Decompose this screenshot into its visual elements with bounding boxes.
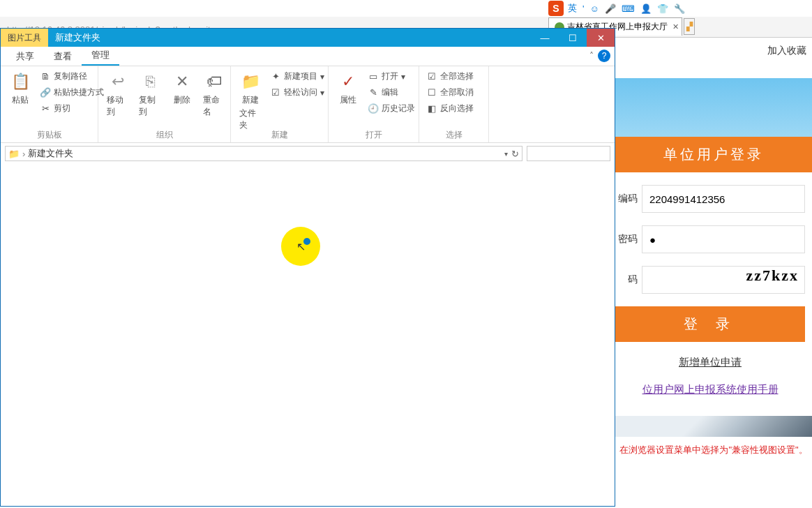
window-title: 新建文件夹 (55, 31, 100, 44)
select-all-button[interactable]: ☑全部选择 (425, 69, 475, 84)
organize-group-label: 组织 (98, 129, 230, 141)
ime-emoji-icon[interactable]: ☺ (588, 3, 600, 14)
tab-share[interactable]: 共享 (6, 47, 44, 66)
tab-close-icon[interactable]: ✕ (672, 22, 679, 31)
close-button[interactable] (587, 29, 615, 47)
invert-icon: ◧ (426, 103, 437, 114)
tab-manage[interactable]: 管理 (82, 46, 119, 66)
copy-to-button[interactable]: ⎘复制到 (136, 69, 164, 119)
copy-path-icon: 🗎 (40, 71, 51, 82)
delete-button[interactable]: ✕删除 (168, 69, 196, 107)
mountain-banner (615, 416, 812, 437)
paste-icon: 📋 (9, 70, 31, 93)
rename-button[interactable]: 🏷重命名 (200, 69, 228, 119)
login-button[interactable]: 登 录 (615, 306, 805, 342)
paste-button[interactable]: 📋 粘贴 (6, 69, 34, 107)
breadcrumb-dropdown-icon[interactable]: ▾ (504, 150, 508, 158)
edit-button[interactable]: ✎编辑 (366, 85, 416, 100)
select-none-icon: ☐ (426, 87, 437, 98)
easy-access-icon: ☑ (270, 87, 281, 98)
favorite-link[interactable]: 加入收藏 (615, 38, 812, 78)
maximize-button[interactable] (559, 29, 587, 47)
ime-mic-icon[interactable]: 🎤 (603, 3, 617, 14)
delete-icon: ✕ (171, 70, 193, 93)
login-panel: 加入收藏 单位用户登录 编码 密码 码 zz7kzx 登 录 新增单位申请 位用… (615, 38, 812, 508)
copy-path-button[interactable]: 🗎复制路径 (38, 69, 105, 84)
cut-button[interactable]: ✂剪切 (38, 101, 105, 116)
tab-view[interactable]: 查看 (44, 47, 82, 66)
explorer-content[interactable]: ↖ (1, 164, 615, 506)
paste-shortcut-button[interactable]: 🔗粘贴快捷方式 (38, 85, 105, 100)
open-group-label: 打开 (329, 129, 419, 141)
captcha-image[interactable]: zz7kzx (642, 266, 805, 294)
password-input[interactable] (642, 225, 805, 253)
new-folder-button[interactable]: 📁新建文件夹 (236, 69, 264, 133)
properties-icon: ✓ (337, 70, 359, 93)
sky-banner (615, 78, 812, 137)
captcha-label: 码 (615, 274, 642, 286)
ribbon-collapse-icon[interactable]: ˄ (589, 51, 594, 61)
login-title: 单位用户登录 (615, 137, 812, 172)
file-explorer-window: 图片工具 新建文件夹 共享 查看 管理 ˄ ? 📋 粘贴 🗎复制路径 🔗粘贴快捷… (0, 28, 615, 507)
open-icon: ▭ (368, 71, 379, 82)
folder-icon: 📁 (239, 70, 262, 93)
clipboard-group-label: 剪贴板 (1, 129, 98, 141)
ime-keyboard-icon[interactable]: ⌨ (620, 3, 636, 14)
cursor-highlight: ↖ (281, 227, 320, 266)
breadcrumb-bar[interactable]: 📁 › 新建文件夹 ▾ ↻ (5, 146, 522, 161)
rename-icon: 🏷 (203, 70, 225, 93)
new-item-icon: ✦ (270, 71, 281, 82)
busy-indicator-icon (303, 238, 310, 245)
ime-settings-icon[interactable]: 🔧 (672, 3, 686, 14)
cut-icon: ✂ (40, 103, 51, 114)
properties-button[interactable]: ✓属性 (334, 69, 362, 107)
ribbon-tabs: 共享 查看 管理 ˄ ? (1, 47, 615, 66)
new-tab-button[interactable]: ▞ (684, 18, 695, 35)
ime-sep: ' (581, 3, 585, 14)
history-button[interactable]: 🕘历史记录 (366, 101, 416, 116)
folder-icon-small: 📁 (8, 149, 20, 159)
refresh-icon[interactable]: ↻ (511, 149, 519, 159)
move-to-button[interactable]: ↩移动到 (104, 69, 132, 119)
select-none-button[interactable]: ☐全部取消 (425, 85, 475, 100)
new-group-label: 新建 (231, 129, 328, 141)
ribbon: 📋 粘贴 🗎复制路径 🔗粘贴快捷方式 ✂剪切 剪贴板 ↩移动到 ⎘复制到 ✕删除… (1, 66, 615, 143)
new-item-button[interactable]: ✦新建项目 ▾ (269, 69, 326, 84)
invert-selection-button[interactable]: ◧反向选择 (425, 101, 475, 116)
code-input[interactable] (642, 185, 805, 213)
history-icon: 🕘 (368, 103, 379, 114)
login-form: 编码 密码 码 zz7kzx 登 录 新增单位申请 位用户网上申报系统使用手册 (615, 172, 812, 396)
new-unit-link[interactable]: 新增单位申请 (615, 356, 805, 369)
select-all-icon: ☑ (426, 71, 437, 82)
explorer-search-input[interactable] (527, 146, 610, 161)
edit-icon: ✎ (368, 87, 379, 98)
address-row: 📁 › 新建文件夹 ▾ ↻ (1, 143, 615, 164)
copy-to-icon: ⎘ (139, 70, 161, 93)
select-group-label: 选择 (419, 129, 488, 141)
title-bar[interactable]: 图片工具 新建文件夹 (1, 29, 615, 47)
title-tab-tools[interactable]: 图片工具 (1, 29, 48, 47)
shortcut-icon: 🔗 (40, 87, 51, 98)
ime-skin-icon[interactable]: 👕 (656, 3, 670, 14)
ime-language[interactable]: 英 (566, 2, 578, 15)
help-icon[interactable]: ? (598, 50, 610, 62)
breadcrumb-item[interactable]: 新建文件夹 (28, 147, 73, 160)
sogou-ime-icon[interactable]: S (548, 1, 564, 16)
paste-label: 粘贴 (12, 94, 29, 106)
ime-toolbar: S 英 ' ☺ 🎤 ⌨ 👤 👕 🔧 (548, 0, 686, 17)
minimize-button[interactable] (531, 29, 559, 47)
easy-access-button[interactable]: ☑轻松访问 ▾ (269, 85, 326, 100)
ime-user-icon[interactable]: 👤 (639, 3, 653, 14)
password-label: 密码 (615, 233, 642, 246)
code-label: 编码 (615, 193, 642, 205)
move-to-icon: ↩ (107, 70, 129, 93)
open-button[interactable]: ▭打开 ▾ (366, 69, 416, 84)
manual-link[interactable]: 位用户网上申报系统使用手册 (615, 383, 805, 396)
compat-note: 在浏览器设置菜单中选择为"兼容性视图设置"。 (615, 437, 812, 456)
